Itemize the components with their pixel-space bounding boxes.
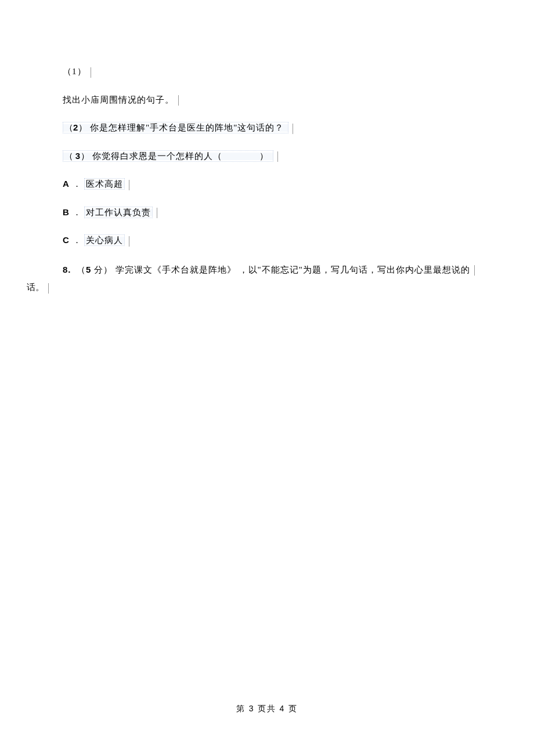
q1-body: 找出小庙周围情况的句子。 — [63, 95, 174, 104]
cursor-mark — [277, 151, 278, 162]
option-a-dot: ． — [70, 179, 82, 189]
cursor-mark — [474, 265, 475, 276]
option-a-text: 医术高超 — [84, 178, 125, 190]
footer-suffix: 页 — [285, 704, 298, 713]
cursor-mark — [128, 236, 129, 247]
q3-text: 你觉得白求恩是一个怎样的人（ ） — [89, 151, 269, 161]
question-8: 8. （5 分） 学完课文《手术台就是阵地》 ，以"不能忘记"为题，写几句话，写… — [50, 262, 508, 278]
option-a: A ． 医术高超 — [50, 178, 508, 191]
q8-number: 8. — [63, 265, 71, 274]
question-8-continuation: 话。 — [27, 282, 508, 294]
footer-total-pages: 4 — [280, 704, 286, 713]
page-footer: 第 3 页共 4 页 — [0, 704, 534, 714]
option-b-text: 对工作认真负责 — [84, 207, 153, 218]
cursor-mark — [292, 124, 293, 134]
footer-current-page: 3 — [249, 704, 255, 713]
option-c-text: 关心病人 — [84, 234, 125, 246]
question-2: （2） 你是怎样理解"手术台是医生的阵地"这句话的？ — [50, 121, 508, 135]
footer-prefix: 第 — [236, 704, 249, 713]
question-3: （ 3） 你觉得白求恩是一个怎样的人（ ） — [50, 150, 508, 163]
option-c-label: C — [63, 235, 70, 245]
option-c-dot: ． — [70, 236, 82, 245]
footer-mid: 页共 — [255, 704, 280, 713]
q2-highlighted: （2） 你是怎样理解"手术台是医生的阵地"这句话的？ — [63, 122, 288, 133]
cursor-mark — [48, 283, 49, 294]
q2-text: 你是怎样理解"手术台是医生的阵地"这句话的？ — [87, 123, 284, 132]
q8-text-part2: 话。 — [27, 283, 44, 292]
q8-points: （5 分） — [77, 265, 113, 274]
cursor-mark — [128, 180, 129, 190]
option-b-label: B — [63, 207, 70, 217]
q8-text-part1: 学完课文《手术台就是阵地》 ，以"不能忘记"为题，写几句话，写出你内心里最想说的 — [113, 265, 470, 274]
option-b: B ． 对工作认真负责 — [50, 206, 508, 219]
question-1-number: （1） — [50, 65, 508, 78]
question-1-text: 找出小庙周围情况的句子。 — [50, 93, 508, 107]
document-content: （1） 找出小庙周围情况的句子。 （2） 你是怎样理解"手术台是医生的阵地"这句… — [50, 65, 508, 294]
q1-num-text: （1） — [63, 67, 86, 76]
option-c: C ． 关心病人 — [50, 234, 508, 247]
option-a-label: A — [63, 179, 70, 189]
cursor-mark — [178, 95, 179, 106]
cursor-mark — [156, 208, 157, 218]
option-b-dot: ． — [70, 208, 82, 217]
q3-highlighted: （ 3） 你觉得白求恩是一个怎样的人（ ） — [63, 150, 273, 162]
cursor-mark — [90, 67, 91, 78]
